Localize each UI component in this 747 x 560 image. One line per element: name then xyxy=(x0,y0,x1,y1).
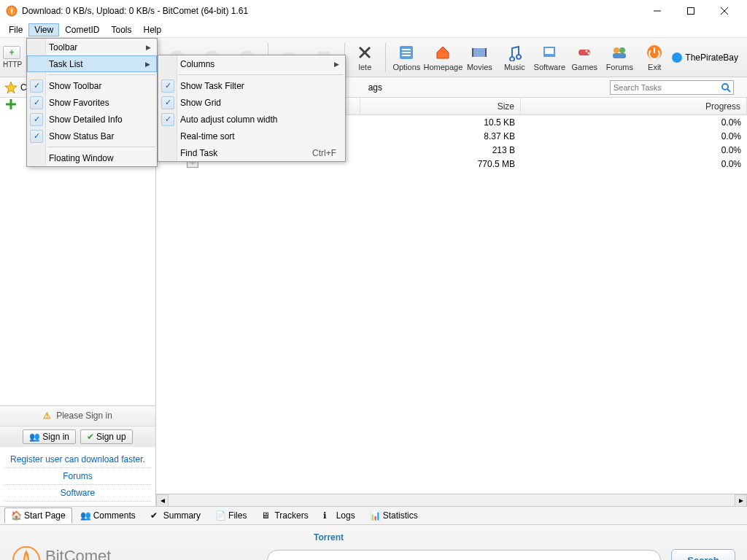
software-button[interactable]: Software xyxy=(532,39,567,76)
tab-logs[interactable]: ℹLogs xyxy=(317,508,362,524)
server-icon: 🖥 xyxy=(261,510,271,521)
piratebay-icon xyxy=(672,52,682,63)
menu-tools[interactable]: Tools xyxy=(105,23,137,36)
svg-rect-18 xyxy=(485,48,487,57)
software-link[interactable]: Software xyxy=(4,485,151,502)
exit-button[interactable]: Exit xyxy=(637,39,672,76)
menuitem-auto-adjust[interactable]: ✓Auto adjust column width xyxy=(158,111,345,128)
svg-point-24 xyxy=(619,47,625,53)
svg-rect-16 xyxy=(473,48,485,57)
http-label: HTTP xyxy=(3,61,22,69)
minimize-button[interactable] xyxy=(640,0,674,22)
task-grid-rows: 10.5 KB 0.0% 8.37 KB 0.0% 213 B 0.0% xyxy=(156,115,747,494)
delete-button[interactable]: lete xyxy=(347,39,382,76)
menuitem-find-task[interactable]: Find TaskCtrl+F xyxy=(158,144,345,161)
app-icon xyxy=(6,5,18,17)
star-icon[interactable] xyxy=(4,81,18,94)
info-icon: ℹ xyxy=(323,510,333,521)
svg-rect-13 xyxy=(402,49,411,50)
tab-start-page[interactable]: 🏠Start Page xyxy=(4,508,72,524)
check-icon: ✓ xyxy=(165,81,171,90)
search-icon[interactable] xyxy=(721,82,731,93)
tags-label-partial: ags xyxy=(368,82,382,93)
task-grid-hscroll[interactable]: ◂ ▸ xyxy=(156,494,747,506)
flame-icon xyxy=(12,545,41,560)
options-button[interactable]: Options xyxy=(389,39,424,76)
tab-statistics[interactable]: 📊Statistics xyxy=(363,508,425,524)
games-button[interactable]: Games xyxy=(567,39,602,76)
chevron-right-icon: ▶ xyxy=(146,44,151,51)
chevron-right-icon: ▶ xyxy=(334,61,339,68)
svg-point-21 xyxy=(586,50,588,52)
signup-button[interactable]: ✔Sign up xyxy=(80,429,133,444)
music-button[interactable]: Music xyxy=(497,39,532,76)
search-tasks-box xyxy=(610,80,734,95)
please-signin-banner: ⚠ Please Sign in xyxy=(0,405,155,426)
new-http-button[interactable]: + xyxy=(3,46,20,59)
menuitem-task-list[interactable]: Task List▶ xyxy=(27,55,157,72)
menuitem-toolbar[interactable]: Toolbar▶ xyxy=(27,39,157,55)
register-msg[interactable]: Register user can download faster. xyxy=(4,451,151,468)
svg-rect-15 xyxy=(402,55,411,56)
torrent-label: Torrent xyxy=(314,532,344,542)
col-progress[interactable]: Progress xyxy=(521,98,747,114)
check-icon: ✓ xyxy=(34,81,40,90)
title-bar: Download: 0 KB/s, Upload: 0 KB/s - BitCo… xyxy=(0,0,747,22)
check-icon: ✓ xyxy=(34,98,40,107)
svg-point-22 xyxy=(588,52,590,54)
torrent-search-input[interactable] xyxy=(267,550,661,560)
scroll-left-icon[interactable]: ◂ xyxy=(156,494,169,507)
check-icon: ✓ xyxy=(165,98,171,107)
detail-tabs: 🏠Start Page 👥Comments ✔Summary 📄Files 🖥T… xyxy=(0,506,747,525)
forums-link[interactable]: Forums xyxy=(4,468,151,485)
svg-rect-17 xyxy=(472,48,473,57)
menu-file[interactable]: File xyxy=(3,23,28,36)
svg-point-28 xyxy=(722,84,728,90)
sidebar-links: Register user can download faster. Forum… xyxy=(0,447,155,506)
menuitem-show-favorites[interactable]: ✓Show Favorites xyxy=(27,94,157,111)
menuitem-show-detailed[interactable]: ✓Show Detailed Info xyxy=(27,111,157,128)
add-icon[interactable] xyxy=(4,103,18,113)
homepage-button[interactable]: Homepage xyxy=(424,39,462,76)
menu-bar: File View CometID Tools Help xyxy=(0,22,747,38)
tab-comments[interactable]: 👥Comments xyxy=(74,508,142,524)
svg-rect-2 xyxy=(688,8,694,15)
brand-name: BitComet xyxy=(45,547,111,560)
tab-files[interactable]: 📄Files xyxy=(209,508,253,524)
maximize-button[interactable] xyxy=(674,0,708,22)
tab-trackers[interactable]: 🖥Trackers xyxy=(255,508,314,524)
tasklist-submenu: Columns▶ ✓Show Task Filter ✓Show Grid ✓A… xyxy=(158,55,346,162)
torrent-search-button[interactable]: Search xyxy=(671,549,735,560)
auth-buttons: 👥Sign in ✔Sign up xyxy=(0,426,155,447)
tab-summary[interactable]: ✔Summary xyxy=(144,508,207,524)
menu-help[interactable]: Help xyxy=(138,23,168,36)
menuitem-show-grid[interactable]: ✓Show Grid xyxy=(158,94,345,111)
view-menu-dropdown: Toolbar▶ Task List▶ ✓Show Toolbar ✓Show … xyxy=(26,38,158,167)
menuitem-floating-window[interactable]: Floating Window xyxy=(27,149,157,166)
check-icon: ✓ xyxy=(34,131,40,141)
col-size[interactable]: Size xyxy=(360,98,521,114)
menuitem-show-statusbar[interactable]: ✓Show Status Bar xyxy=(27,128,157,144)
scroll-right-icon[interactable]: ▸ xyxy=(735,494,747,507)
check-icon: ✓ xyxy=(165,114,171,124)
signin-button[interactable]: 👥Sign in xyxy=(23,429,76,444)
forums-button[interactable]: Forums xyxy=(602,39,637,76)
svg-rect-25 xyxy=(613,53,626,58)
piratebay-link[interactable]: ThePirateBay xyxy=(672,52,738,63)
menuitem-realtime-sort[interactable]: Real-time sort xyxy=(158,128,345,144)
menu-cometid[interactable]: CometID xyxy=(59,23,105,36)
file-icon: 📄 xyxy=(215,510,225,521)
menuitem-show-task-filter[interactable]: ✓Show Task Filter xyxy=(158,77,345,94)
svg-rect-27 xyxy=(654,47,655,53)
movies-button[interactable]: Movies xyxy=(462,39,497,76)
menu-view[interactable]: View xyxy=(28,23,59,36)
people-icon: 👥 xyxy=(80,510,90,521)
close-button[interactable] xyxy=(708,0,741,22)
window-title: Download: 0 KB/s, Upload: 0 KB/s - BitCo… xyxy=(22,6,640,16)
menuitem-columns[interactable]: Columns▶ xyxy=(158,55,345,72)
menuitem-show-toolbar[interactable]: ✓Show Toolbar xyxy=(27,77,157,94)
chevron-right-icon: ▶ xyxy=(145,61,150,68)
search-tasks-input[interactable] xyxy=(610,80,734,95)
check-icon: ✔ xyxy=(150,510,160,521)
start-page-panel: BitComet © 2010 BitComet.com Torrent Sea… xyxy=(0,525,747,560)
